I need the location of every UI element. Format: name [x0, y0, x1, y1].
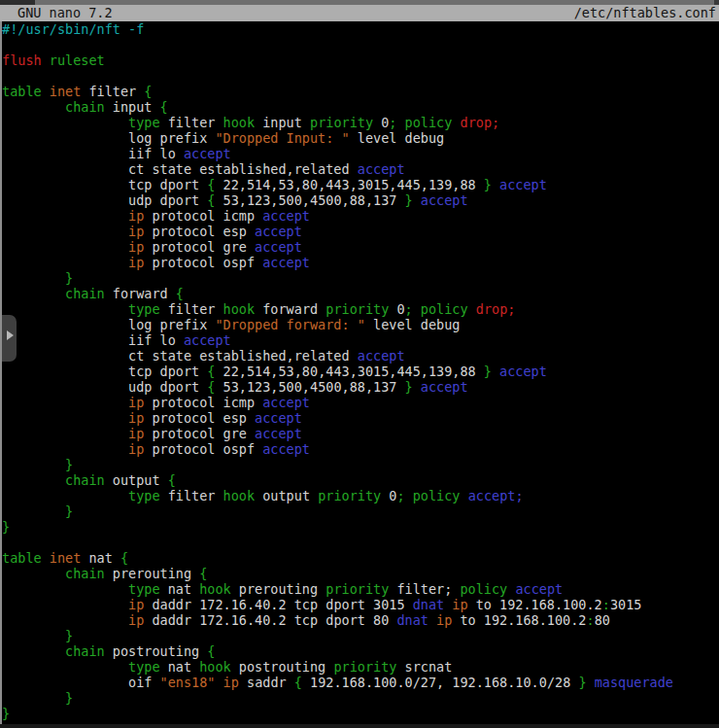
code-line: chain prerouting {: [0, 566, 719, 581]
code-line: tcp dport { 22,514,53,80,443,3015,445,13…: [0, 177, 719, 192]
code-line: iif lo accept: [0, 146, 719, 161]
code-line: ip protocol icmp accept: [0, 395, 719, 410]
code-line: }: [0, 270, 719, 286]
code-line: chain postrouting {: [0, 643, 719, 659]
code-line: }: [0, 503, 719, 519]
code-line: }: [0, 690, 719, 706]
code-line: ip protocol esp accept: [0, 410, 719, 426]
left-border: [0, 21, 2, 728]
editor-area[interactable]: #!/usr/sbin/nft -fflush rulesettable ine…: [0, 21, 719, 721]
code-line: #!/usr/sbin/nft -f: [0, 21, 719, 37]
code-line: type nat hook prerouting priority filter…: [0, 581, 719, 597]
code-line: ct state established,related accept: [0, 161, 719, 177]
code-line: table inet nat {: [0, 550, 719, 566]
code-line: ip protocol esp accept: [0, 224, 719, 239]
expand-arrow-icon: [7, 330, 14, 340]
file-path-label: /etc/nftables.conf: [574, 5, 716, 21]
control-panel-handle[interactable]: [2, 315, 17, 362]
code-line: }: [0, 519, 719, 535]
code-line: [0, 68, 719, 84]
nano-version-label: GNU nano 7.2: [17, 5, 113, 21]
code-line: tcp dport { 22,514,53,80,443,3015,445,13…: [0, 364, 719, 379]
code-line: table inet filter {: [0, 84, 719, 99]
code-line: ct state established,related accept: [0, 348, 719, 364]
code-line: udp dport { 53,123,500,4500,88,137 } acc…: [0, 379, 719, 395]
code-line: ip protocol icmp accept: [0, 208, 719, 224]
code-line: }: [0, 706, 719, 721]
code-line: }: [0, 628, 719, 643]
code-line: chain forward {: [0, 286, 719, 301]
nano-titlebar: GNU nano 7.2 /etc/nftables.conf: [0, 5, 719, 21]
code-line: chain output {: [0, 472, 719, 488]
code-line: type filter hook output priority 0; poli…: [0, 488, 719, 503]
code-line: ip daddr 172.16.40.2 tcp dport 3015 dnat…: [0, 597, 719, 612]
code-line: flush ruleset: [0, 52, 719, 68]
code-line: ip protocol ospf accept: [0, 441, 719, 457]
code-line: [0, 535, 719, 550]
code-line: udp dport { 53,123,500,4500,88,137 } acc…: [0, 192, 719, 208]
code-line: ip protocol gre accept: [0, 426, 719, 441]
code-line: ip protocol gre accept: [0, 239, 719, 255]
window-bottom-edge: [0, 724, 719, 728]
code-line: log prefix "Dropped Input: " level debug: [0, 130, 719, 146]
code-line: type filter hook input priority 0; polic…: [0, 115, 719, 130]
code-line: chain input {: [0, 99, 719, 115]
code-line: oif "ens18" ip saddr { 192.168.100.0/27,…: [0, 675, 719, 690]
code-line: }: [0, 457, 719, 472]
code-line: type nat hook postrouting priority srcna…: [0, 659, 719, 675]
code-line: ip daddr 172.16.40.2 tcp dport 80 dnat i…: [0, 612, 719, 628]
code-line: iif lo accept: [0, 332, 719, 348]
code-line: type filter hook forward priority 0; pol…: [0, 301, 719, 317]
code-line: log prefix "Dropped forward: " level deb…: [0, 317, 719, 332]
code-line: ip protocol ospf accept: [0, 255, 719, 270]
code-line: [0, 37, 719, 52]
